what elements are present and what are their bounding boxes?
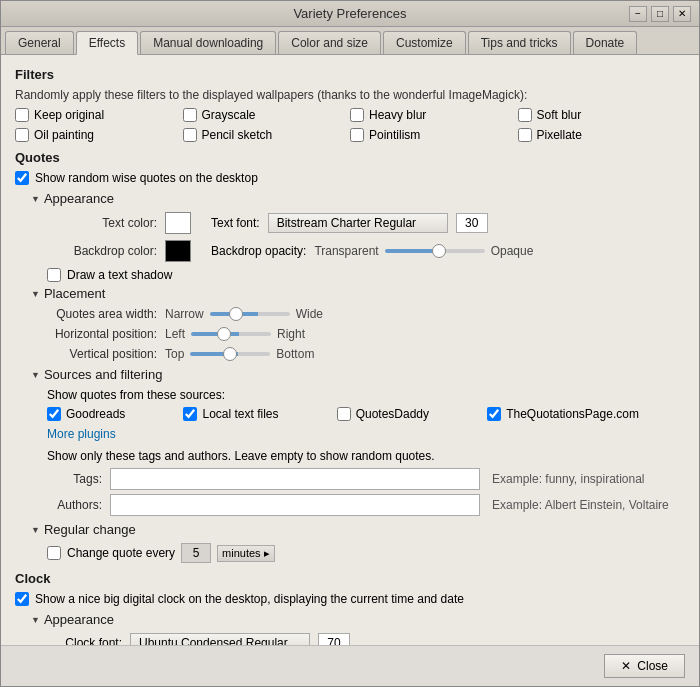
regular-change-label: Regular change [44, 522, 136, 537]
regular-change-header[interactable]: ▼ Regular change [31, 522, 685, 537]
content-area: Filters Randomly apply these filters to … [1, 55, 699, 645]
filter-soft-blur-checkbox[interactable] [518, 108, 532, 122]
quotes-title: Quotes [15, 150, 685, 165]
wide-label: Wide [296, 307, 323, 321]
tab-color-and-size[interactable]: Color and size [278, 31, 381, 54]
clock-font-size[interactable]: 70 [318, 633, 350, 645]
opacity-slider[interactable] [385, 249, 485, 253]
text-font-size[interactable]: 30 [456, 213, 488, 233]
quotes-area-row: Quotes area width: Narrow Wide [47, 307, 685, 321]
more-plugins-link[interactable]: More plugins [47, 427, 685, 441]
footer: ✕ Close [1, 645, 699, 686]
quotes-section: Quotes Show random wise quotes on the de… [15, 150, 685, 563]
text-color-picker[interactable] [165, 212, 191, 234]
clock-font-label: Clock font: [47, 636, 122, 645]
placement-triangle: ▼ [31, 289, 40, 299]
placement-header[interactable]: ▼ Placement [31, 286, 685, 301]
window-controls: − □ ✕ [629, 6, 691, 22]
close-window-button[interactable]: ✕ [673, 6, 691, 22]
filter-pointilism-checkbox[interactable] [350, 128, 364, 142]
draw-shadow-checkbox[interactable] [47, 268, 61, 282]
appearance-content: Text color: Text font: Bitstream Charter… [31, 212, 685, 282]
source-thequotationspage-checkbox[interactable] [487, 407, 501, 421]
filter-oil-painting-checkbox[interactable] [15, 128, 29, 142]
sources-grid: Goodreads Local text files QuotesDaddy [47, 407, 685, 421]
change-quote-checkbox[interactable] [47, 546, 61, 560]
tab-customize[interactable]: Customize [383, 31, 466, 54]
filter-oil-painting: Oil painting [15, 128, 183, 142]
filters-description: Randomly apply these filters to the disp… [15, 88, 685, 102]
filter-keep-original-label: Keep original [34, 108, 104, 122]
filter-pointilism: Pointilism [350, 128, 518, 142]
authors-input[interactable] [110, 494, 480, 516]
source-goodreads-checkbox[interactable] [47, 407, 61, 421]
filter-heavy-blur-label: Heavy blur [369, 108, 426, 122]
vert-container: Top Bottom [165, 347, 314, 361]
authors-example: Example: Albert Einstein, Voltaire [492, 498, 669, 512]
tab-effects[interactable]: Effects [76, 31, 138, 55]
filters-title: Filters [15, 67, 685, 82]
close-button[interactable]: ✕ Close [604, 654, 685, 678]
narrow-wide-slider[interactable] [210, 312, 290, 316]
text-font-label: Text font: [211, 216, 260, 230]
opaque-label: Opaque [491, 244, 534, 258]
bottom-label: Bottom [276, 347, 314, 361]
filter-heavy-blur-checkbox[interactable] [350, 108, 364, 122]
clock-title: Clock [15, 571, 685, 586]
clock-font-button[interactable]: Ubuntu Condensed Regular [130, 633, 310, 645]
clock-section: Clock Show a nice big digital clock on t… [15, 571, 685, 645]
filter-heavy-blur: Heavy blur [350, 108, 518, 122]
appearance-header[interactable]: ▼ Appearance [31, 191, 685, 206]
horizontal-label: Horizontal position: [47, 327, 157, 341]
filter-desc: Show only these tags and authors. Leave … [47, 449, 685, 463]
filter-pencil-sketch-label: Pencil sketch [202, 128, 273, 142]
quotes-area-label: Quotes area width: [47, 307, 157, 321]
tab-general[interactable]: General [5, 31, 74, 54]
change-interval-input[interactable] [181, 543, 211, 563]
filters-grid: Keep original Grayscale Heavy blur Soft … [15, 108, 685, 142]
source-local-text-checkbox[interactable] [183, 407, 197, 421]
tab-manual-downloading[interactable]: Manual downloading [140, 31, 276, 54]
show-from-label: Show quotes from these sources: [47, 388, 685, 402]
show-clock-row: Show a nice big digital clock on the des… [15, 592, 685, 606]
show-quotes-checkbox[interactable] [15, 171, 29, 185]
filter-pixellate-checkbox[interactable] [518, 128, 532, 142]
minutes-unit: minutes [222, 547, 261, 559]
authors-label: Authors: [47, 498, 102, 512]
tab-tips-and-tricks[interactable]: Tips and tricks [468, 31, 571, 54]
left-label: Left [165, 327, 185, 341]
maximize-button[interactable]: □ [651, 6, 669, 22]
vertical-label: Vertical position: [47, 347, 157, 361]
tags-authors-section: Tags: Example: funny, inspirational Auth… [47, 468, 685, 516]
minutes-spinner[interactable]: minutes ▸ [217, 545, 275, 562]
text-font-button[interactable]: Bitstream Charter Regular [268, 213, 448, 233]
draw-shadow-row: Draw a text shadow [47, 268, 685, 282]
authors-row: Authors: Example: Albert Einstein, Volta… [47, 494, 685, 516]
minimize-button[interactable]: − [629, 6, 647, 22]
filter-pixellate: Pixellate [518, 128, 686, 142]
tags-input[interactable] [110, 468, 480, 490]
vertical-slider[interactable] [190, 352, 270, 356]
titlebar: Variety Preferences − □ ✕ [1, 1, 699, 27]
main-window: Variety Preferences − □ ✕ General Effect… [0, 0, 700, 687]
clock-appearance-header[interactable]: ▼ Appearance [31, 612, 685, 627]
filter-grayscale-checkbox[interactable] [183, 108, 197, 122]
filter-pencil-sketch-checkbox[interactable] [183, 128, 197, 142]
text-color-font-row: Text color: Text font: Bitstream Charter… [47, 212, 685, 234]
source-goodreads-label: Goodreads [66, 407, 125, 421]
appearance-label: Appearance [44, 191, 114, 206]
tab-donate[interactable]: Donate [573, 31, 638, 54]
source-thequotationspage: TheQuotationsPage.com [487, 407, 685, 421]
clock-appearance-inner: Clock font: Ubuntu Condensed Regular 70 … [31, 633, 685, 645]
horizontal-slider[interactable] [191, 332, 271, 336]
placement-content: Quotes area width: Narrow Wide Horizonta… [31, 307, 685, 361]
show-clock-checkbox[interactable] [15, 592, 29, 606]
backdrop-color-picker[interactable] [165, 240, 191, 262]
sources-header[interactable]: ▼ Sources and filtering [31, 367, 685, 382]
source-quotesdaddy-checkbox[interactable] [337, 407, 351, 421]
change-quote-label: Change quote every [67, 546, 175, 560]
quotes-indent: ▼ Appearance Text color: Text font: Bits… [15, 191, 685, 563]
filter-keep-original-checkbox[interactable] [15, 108, 29, 122]
top-label: Top [165, 347, 184, 361]
filter-pointilism-label: Pointilism [369, 128, 420, 142]
